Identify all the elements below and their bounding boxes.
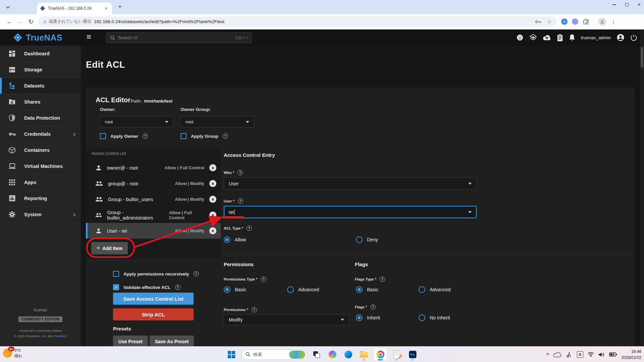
help-icon[interactable]: ? <box>175 285 180 290</box>
sidebar-item-containers[interactable]: Containers <box>0 142 81 158</box>
sidebar-item-credentials[interactable]: Credentials › <box>0 126 81 142</box>
flags-advanced-radio-row[interactable]: Advanced <box>419 286 450 293</box>
volume-icon[interactable] <box>598 352 605 357</box>
sidebar-item-data-protection[interactable]: Data Protection <box>0 110 81 126</box>
photoshop-button[interactable]: Ps <box>407 348 419 361</box>
sidebar-item-apps[interactable]: Apps <box>0 174 81 190</box>
extensions-puzzle-icon[interactable] <box>583 18 589 25</box>
notifications-bell-icon[interactable] <box>569 34 575 41</box>
owner-select[interactable]: root <box>100 116 173 127</box>
sidebar-item-dashboard[interactable]: Dashboard <box>0 46 81 62</box>
username[interactable]: truenas_admin <box>581 35 611 40</box>
scrollbar-thumb[interactable] <box>641 47 643 68</box>
acl-row-builtin-users[interactable]: Group - builtin_users Allow | Modify × <box>86 191 221 207</box>
flags-basic-radio-row[interactable]: Basic <box>356 286 378 293</box>
start-button[interactable] <box>225 348 237 361</box>
address-bar[interactable]: ⚠ 保護されていない通信 192.168.0.24/ui/datasets/ac… <box>38 16 556 27</box>
notepad-button[interactable] <box>391 348 403 361</box>
flags-basic-radio[interactable] <box>356 286 363 293</box>
copyright-brand-link[interactable]: TrueNAS <box>54 334 67 338</box>
acl-row-group[interactable]: group@ - root Allow | Modify × <box>86 176 221 191</box>
validate-acl-checkbox[interactable]: ✓ <box>113 284 119 290</box>
flags-advanced-radio[interactable] <box>419 286 425 293</box>
back-icon[interactable]: ← <box>4 18 15 25</box>
power-icon[interactable] <box>630 34 637 41</box>
sidebar-item-system[interactable]: System › <box>0 206 81 223</box>
acl-row-builtin-administrators[interactable]: Group - builtin_administrators Allow | F… <box>86 207 221 223</box>
save-acl-button[interactable]: Save Access Control List <box>113 293 194 305</box>
help-icon[interactable]: ? <box>370 304 376 310</box>
allow-radio-row[interactable]: Allow <box>224 236 246 243</box>
edge-button[interactable] <box>342 348 354 361</box>
tab-close-icon[interactable]: × <box>103 5 109 11</box>
jobs-clipboard-icon[interactable] <box>557 34 563 42</box>
extension-icon-2[interactable] <box>572 18 578 25</box>
copilot-button[interactable] <box>326 348 338 361</box>
acl-row-owner[interactable]: owner@ - root Allow | Full Control × <box>86 160 221 176</box>
task-view-button[interactable] <box>311 348 323 361</box>
permissions-basic-radio-row[interactable]: Basic <box>224 286 246 293</box>
app-tray-icon[interactable] <box>566 352 573 358</box>
sidebar-item-virtual-machines[interactable]: Virtual Machines <box>0 158 81 174</box>
help-icon[interactable]: ? <box>237 170 243 175</box>
sidebar-item-shares[interactable]: Shares <box>0 94 81 110</box>
inherit-radio-row[interactable]: Inherit <box>356 314 380 321</box>
permissions-select[interactable]: Modify <box>224 314 349 325</box>
forward-icon[interactable]: → <box>15 18 25 25</box>
save-as-preset-button[interactable]: Save As Preset <box>150 336 194 346</box>
ime-mode-icon[interactable]: A <box>577 351 583 358</box>
deny-radio[interactable] <box>356 236 363 243</box>
truenas-logo[interactable]: TrueNAS <box>13 33 62 43</box>
allow-radio[interactable] <box>224 236 230 243</box>
remove-entry-icon[interactable]: × <box>209 212 216 219</box>
remove-entry-icon[interactable]: × <box>209 227 216 234</box>
page-scrollbar[interactable] <box>640 29 644 346</box>
deny-radio-row[interactable]: Deny <box>356 236 378 243</box>
apply-group-checkbox[interactable] <box>180 133 186 139</box>
user-input[interactable]: rei <box>224 206 477 218</box>
file-explorer-button[interactable] <box>358 348 370 361</box>
truecommand-cloud-icon[interactable] <box>543 35 551 41</box>
use-preset-button[interactable]: Use Preset <box>113 336 148 346</box>
help-icon[interactable]: ? <box>380 277 385 282</box>
wifi-icon[interactable] <box>588 352 594 357</box>
help-icon[interactable]: ? <box>194 271 199 277</box>
taskbar-weather-widget[interactable]: 9+ 9°C 晴れ <box>3 348 22 359</box>
apply-recursively-checkbox[interactable] <box>113 271 119 277</box>
tab-search-button[interactable] <box>3 4 12 11</box>
help-icon[interactable]: ? <box>223 133 228 139</box>
remove-entry-icon[interactable]: × <box>209 180 216 187</box>
permissions-basic-radio[interactable] <box>224 286 230 293</box>
onedrive-icon[interactable] <box>553 352 561 357</box>
sidebar-item-storage[interactable]: Storage <box>0 62 81 78</box>
browser-tab[interactable]: TrueNAS - 192.168.0.24 × <box>37 3 112 14</box>
reload-icon[interactable]: ↻ <box>25 18 36 25</box>
taskbar-clock[interactable]: 16:46 2026/01/02 <box>621 349 641 361</box>
bookmark-star-icon[interactable]: ☆ <box>547 19 552 25</box>
close-icon[interactable]: × <box>638 2 641 7</box>
remove-entry-icon[interactable]: × <box>209 196 216 203</box>
who-select[interactable]: User <box>224 177 477 190</box>
browser-menu-icon[interactable]: ⋮ <box>611 18 616 25</box>
permissions-advanced-radio[interactable] <box>287 286 294 293</box>
app-search-box[interactable]: Ctrl + / <box>106 32 252 43</box>
no-inherit-radio-row[interactable]: No Inherit <box>419 314 450 321</box>
inherit-radio[interactable] <box>356 314 363 321</box>
taskbar-search-box[interactable] <box>241 350 307 360</box>
extension-icon[interactable]: ✕ <box>561 18 568 25</box>
maximize-icon[interactable] <box>625 3 629 6</box>
feedback-smiley-icon[interactable] <box>516 34 524 41</box>
help-icon[interactable]: ? <box>252 307 257 312</box>
chrome-button-active[interactable] <box>374 348 387 361</box>
battery-icon[interactable] <box>609 352 617 357</box>
tray-chevron-icon[interactable]: ^ <box>546 352 549 357</box>
new-tab-button[interactable]: + <box>118 3 122 10</box>
account-avatar-icon[interactable] <box>616 34 625 42</box>
sidebar-item-reporting[interactable]: Reporting <box>0 190 81 206</box>
remove-entry-icon[interactable]: × <box>209 164 216 171</box>
apply-owner-checkbox[interactable] <box>100 133 106 139</box>
menu-icon[interactable]: ≡ <box>87 32 91 42</box>
profile-avatar[interactable] <box>598 17 606 26</box>
help-icon[interactable]: ? <box>238 198 243 204</box>
permissions-advanced-radio-row[interactable]: Advanced <box>287 286 319 293</box>
